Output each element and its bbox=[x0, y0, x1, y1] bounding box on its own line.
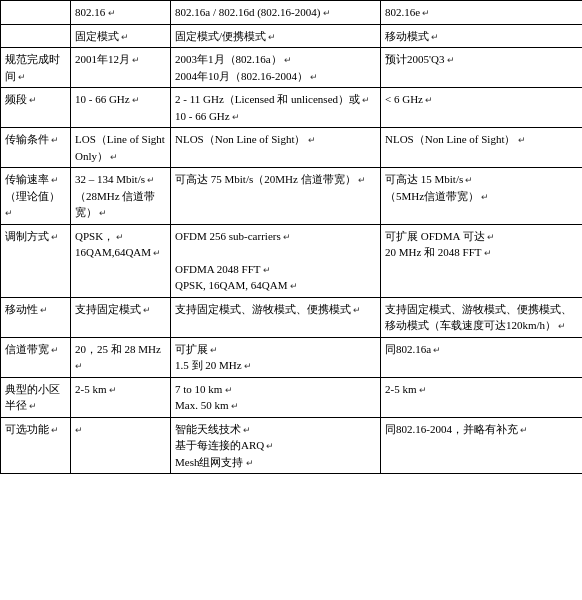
return-symbol: ↵ bbox=[518, 425, 528, 435]
return-symbol: ↵ bbox=[230, 112, 240, 122]
cell-text: LOS（Line of Sight Only） bbox=[75, 133, 165, 162]
table-row: 调制方式 ↵QPSK， ↵16QAM,64QAM ↵OFDM 256 sub-c… bbox=[1, 224, 583, 297]
cell-text: 传输速率 bbox=[5, 173, 49, 185]
cell-r5-c1: 支持固定模式 ↵ bbox=[71, 297, 171, 337]
cell-text: 2-5 km bbox=[75, 383, 106, 395]
cell-r0-c0: 规范完成时间 ↵ bbox=[1, 48, 71, 88]
return-symbol: ↵ bbox=[423, 95, 433, 105]
cell-text: 智能天线技术 bbox=[175, 423, 241, 435]
comparison-table: 802.16 ↵802.16a / 802.16d (802.16-2004) … bbox=[0, 0, 582, 474]
cell-r1-c2: 2 - 11 GHz（Licensed 和 unlicensed）或 ↵10 -… bbox=[171, 88, 381, 128]
cell-r4-c2: OFDM 256 sub-carriers ↵OFDMA 2048 FFT ↵Q… bbox=[171, 224, 381, 297]
table-row: 可选功能 ↵↵智能天线技术 ↵基于每连接的ARQ ↵Mesh组网支持 ↵同802… bbox=[1, 417, 583, 474]
return-symbol: ↵ bbox=[305, 135, 315, 145]
cell-r3-c2: 可高达 75 Mbit/s（20MHz 信道带宽） ↵ bbox=[171, 168, 381, 225]
cell-text: 10 - 66 GHz bbox=[175, 110, 230, 122]
return-symbol: ↵ bbox=[261, 265, 271, 275]
cell-text: 支持固定模式、游牧模式、便携模式、移动模式（车载速度可达120km/h） bbox=[385, 303, 572, 332]
cell-text: 规范完成时间 bbox=[5, 53, 60, 82]
cell-r6-c0: 信道带宽 ↵ bbox=[1, 337, 71, 377]
cell-text: （理论值） bbox=[5, 190, 60, 202]
cell-r2-c0: 传输条件 ↵ bbox=[1, 128, 71, 168]
cell-r5-c2: 支持固定模式、游牧模式、便携模式 ↵ bbox=[171, 297, 381, 337]
cell-r4-c1: QPSK， ↵16QAM,64QAM ↵ bbox=[71, 224, 171, 297]
cell-text: OFDM 256 sub-carriers bbox=[175, 230, 281, 242]
return-symbol: ↵ bbox=[243, 458, 253, 468]
cell-r2-c1: LOS（Line of Sight Only） ↵ bbox=[71, 128, 171, 168]
return-symbol: ↵ bbox=[360, 95, 370, 105]
subheader-mode-3: 移动模式 ↵ bbox=[381, 24, 583, 48]
cell-r1-c0: 频段 ↵ bbox=[1, 88, 71, 128]
return-symbol: ↵ bbox=[130, 95, 140, 105]
cell-r5-c3: 支持固定模式、游牧模式、便携模式、移动模式（车载速度可达120km/h） ↵ bbox=[381, 297, 583, 337]
return-symbol: ↵ bbox=[49, 232, 59, 242]
cell-r2-c2: NLOS（Non Line of Sight） ↵ bbox=[171, 128, 381, 168]
return-symbol: ↵ bbox=[208, 345, 218, 355]
return-symbol: ↵ bbox=[482, 248, 492, 258]
return-symbol: ↵ bbox=[27, 401, 37, 411]
cell-r4-c0: 调制方式 ↵ bbox=[1, 224, 71, 297]
subheader-empty bbox=[1, 24, 71, 48]
cell-text: 2003年1月（802.16a） bbox=[175, 53, 282, 65]
return-symbol: ↵ bbox=[515, 135, 525, 145]
cell-r7-c3: 2-5 km ↵ bbox=[381, 377, 583, 417]
cell-r2-c3: NLOS（Non Line of Sight） ↵ bbox=[381, 128, 583, 168]
cell-text: 调制方式 bbox=[5, 230, 49, 242]
return-symbol: ↵ bbox=[38, 305, 48, 315]
cell-text: 信道带宽 bbox=[5, 343, 49, 355]
table-row: 移动性 ↵支持固定模式 ↵支持固定模式、游牧模式、便携模式 ↵支持固定模式、游牧… bbox=[1, 297, 583, 337]
cell-text: 支持固定模式、游牧模式、便携模式 bbox=[175, 303, 351, 315]
cell-r8-c1: ↵ bbox=[71, 417, 171, 474]
return-symbol: ↵ bbox=[16, 72, 26, 82]
cell-r0-c3: 预计2005'Q3 ↵ bbox=[381, 48, 583, 88]
cell-r7-c2: 7 to 10 km ↵Max. 50 km ↵ bbox=[171, 377, 381, 417]
return-symbol: ↵ bbox=[106, 385, 116, 395]
return-symbol: ↵ bbox=[27, 95, 37, 105]
return-symbol: ↵ bbox=[49, 345, 59, 355]
cell-text: 预计2005'Q3 bbox=[385, 53, 444, 65]
header-standard-1: 802.16 ↵ bbox=[71, 1, 171, 25]
header-standard-3: 802.16e ↵ bbox=[381, 1, 583, 25]
return-symbol: ↵ bbox=[145, 175, 155, 185]
cell-text: 2001年12月 bbox=[75, 53, 130, 65]
table-row: 传输条件 ↵LOS（Line of Sight Only） ↵NLOS（Non … bbox=[1, 128, 583, 168]
table-row: 规范完成时间 ↵2001年12月 ↵2003年1月（802.16a） ↵2004… bbox=[1, 48, 583, 88]
cell-text: 可扩展 OFDMA 可达 bbox=[385, 230, 485, 242]
return-symbol: ↵ bbox=[416, 385, 426, 395]
cell-text: NLOS（Non Line of Sight） bbox=[175, 133, 305, 145]
cell-text: 可高达 75 Mbit/s（20MHz 信道带宽） bbox=[175, 173, 356, 185]
return-symbol: ↵ bbox=[75, 425, 83, 435]
return-symbol: ↵ bbox=[114, 232, 124, 242]
cell-r7-c0: 典型的小区半径 ↵ bbox=[1, 377, 71, 417]
return-symbol: ↵ bbox=[264, 441, 274, 451]
cell-text: OFDMA 2048 FFT bbox=[175, 263, 261, 275]
return-symbol: ↵ bbox=[351, 305, 361, 315]
return-symbol: ↵ bbox=[308, 72, 318, 82]
return-symbol: ↵ bbox=[75, 361, 83, 371]
cell-text: 7 to 10 km bbox=[175, 383, 222, 395]
cell-text: < 6 GHz bbox=[385, 93, 423, 105]
cell-text: NLOS（Non Line of Sight） bbox=[385, 133, 515, 145]
return-symbol: ↵ bbox=[228, 401, 238, 411]
return-symbol: ↵ bbox=[49, 175, 59, 185]
cell-r0-c2: 2003年1月（802.16a） ↵2004年10月（802.16-2004） … bbox=[171, 48, 381, 88]
return-symbol: ↵ bbox=[49, 135, 59, 145]
return-symbol: ↵ bbox=[431, 345, 441, 355]
cell-r3-c1: 32 – 134 Mbit/s ↵（28MHz 信道带宽） ↵ bbox=[71, 168, 171, 225]
subheader-mode-1: 固定模式 ↵ bbox=[71, 24, 171, 48]
return-symbol: ↵ bbox=[151, 248, 161, 258]
cell-text: 16QAM,64QAM bbox=[75, 246, 151, 258]
return-symbol: ↵ bbox=[356, 175, 366, 185]
table-row: 频段 ↵10 - 66 GHz ↵2 - 11 GHz（Licensed 和 u… bbox=[1, 88, 583, 128]
cell-text: Max. 50 km bbox=[175, 399, 228, 411]
cell-text: 可扩展 bbox=[175, 343, 208, 355]
cell-text: 同802.16-2004，并略有补充 bbox=[385, 423, 518, 435]
cell-r3-c3: 可高达 15 Mbit/s ↵（5MHz信道带宽） ↵ bbox=[381, 168, 583, 225]
return-symbol: ↵ bbox=[222, 385, 232, 395]
cell-text: （5MHz信道带宽） bbox=[385, 190, 479, 202]
cell-r6-c1: 20，25 和 28 MHz ↵ bbox=[71, 337, 171, 377]
return-symbol: ↵ bbox=[485, 232, 495, 242]
return-symbol: ↵ bbox=[444, 55, 454, 65]
cell-r1-c3: < 6 GHz ↵ bbox=[381, 88, 583, 128]
table-row: 信道带宽 ↵20，25 和 28 MHz ↵可扩展 ↵1.5 到 20 MHz … bbox=[1, 337, 583, 377]
